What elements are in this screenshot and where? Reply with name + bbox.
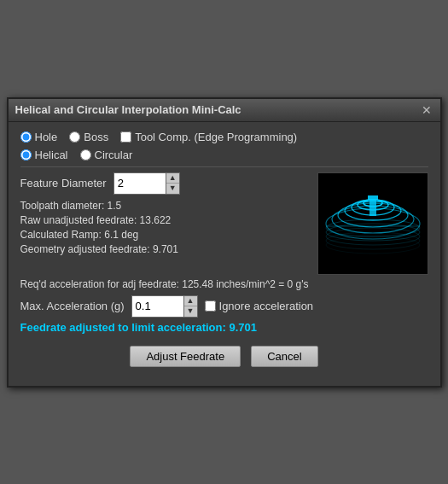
circular-radio[interactable] [80,149,91,160]
feature-diameter-spinner: ▲ ▼ [113,172,180,195]
max-accel-input[interactable] [132,296,183,317]
content-area: Hole Boss Tool Comp. (Edge Programming) … [9,122,440,386]
ignore-accel-text: Ignore acceleration [219,300,314,312]
max-accel-row: Max. Acceleration (g) ▲ ▼ Ignore acceler… [20,295,428,318]
helical-label: Helical [35,149,68,161]
helical-svg [322,177,424,271]
mode-row: Hole Boss Tool Comp. (Edge Programming) [20,131,428,143]
boss-radio-label[interactable]: Boss [69,131,108,143]
max-accel-spinner: ▲ ▼ [131,295,198,318]
circular-label: Circular [95,149,133,161]
hole-radio[interactable] [20,131,32,143]
toolpath-diameter-line: Toolpath diameter: 1.5 [20,200,309,212]
hole-label: Hole [35,131,58,143]
ignore-accel-checkbox[interactable] [205,300,216,312]
main-area: Feature Diameter ▲ ▼ Toolpath diameter: … [20,172,428,275]
raw-feedrate-line: Raw unadjusted feedrate: 13.622 [20,214,309,226]
main-window: Helical and Circular Interpolation Mini-… [7,97,442,388]
boss-label: Boss [84,131,108,143]
circular-radio-label[interactable]: Circular [80,149,133,161]
max-accel-up[interactable]: ▲ [184,296,197,306]
toolcomp-label: Tool Comp. (Edge Programming) [135,131,297,143]
feature-diameter-input[interactable] [114,173,166,194]
adjust-feedrate-button[interactable]: Adjust Feedrate [130,346,241,367]
footer: Adjust Feedrate Cancel [20,337,428,377]
helical-radio-label[interactable]: Helical [20,149,68,161]
feature-diameter-up[interactable]: ▲ [166,173,179,184]
titlebar: Helical and Circular Interpolation Mini-… [9,99,440,122]
feature-diameter-row: Feature Diameter ▲ ▼ [20,172,309,195]
divider1 [20,166,428,167]
window-title: Helical and Circular Interpolation Mini-… [15,103,241,116]
helical-diagram [317,172,428,275]
left-panel: Feature Diameter ▲ ▼ Toolpath diameter: … [20,172,309,275]
boss-radio[interactable] [69,131,80,143]
feature-diameter-label: Feature Diameter [20,177,107,190]
calc-ramp-line: Calculated Ramp: 6.1 deg [20,229,309,241]
max-accel-label: Max. Acceleration (g) [20,300,125,312]
result-line: Feedrate adjusted to limit acceleration:… [20,321,428,334]
svg-rect-7 [369,199,376,216]
geom-feedrate-line: Geometry adjusted feedrate: 9.701 [20,243,309,255]
req-accel-line: Req'd acceleration for adj feedrate: 125… [20,278,428,290]
feature-diameter-down[interactable]: ▼ [166,184,179,194]
toolcomp-checkbox[interactable] [120,131,131,143]
toolcomp-checkbox-label[interactable]: Tool Comp. (Edge Programming) [120,131,297,143]
helical-radio[interactable] [20,149,32,160]
feature-diameter-spinbtns: ▲ ▼ [166,173,179,194]
close-button[interactable]: ✕ [420,103,433,117]
max-accel-down[interactable]: ▼ [184,306,197,317]
cancel-button[interactable]: Cancel [251,346,317,367]
hole-radio-label[interactable]: Hole [20,131,58,143]
interp-row: Helical Circular [20,149,428,161]
max-accel-spinbtns: ▲ ▼ [183,296,197,317]
svg-rect-8 [368,195,378,201]
ignore-accel-label[interactable]: Ignore acceleration [205,300,314,312]
